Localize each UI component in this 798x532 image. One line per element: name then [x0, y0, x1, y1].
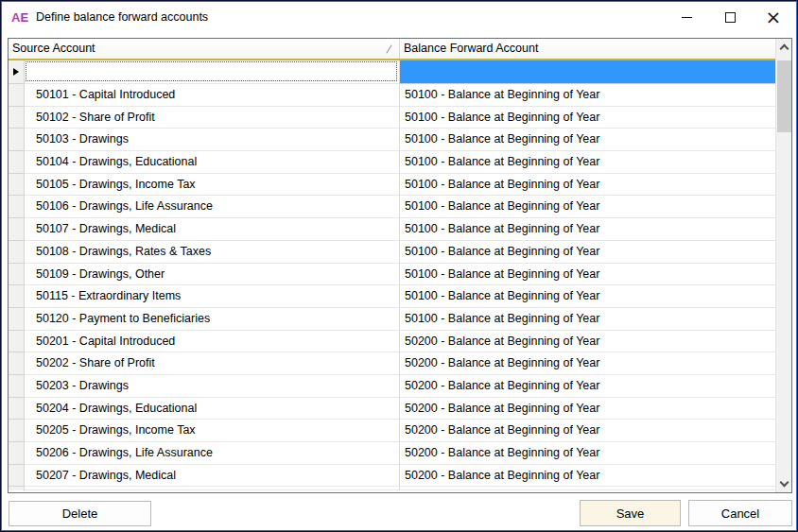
- column-header-label: Source Account: [12, 42, 95, 55]
- balance-forward-account-cell[interactable]: 50200 - Balance at Beginning of Year: [400, 442, 775, 465]
- close-button[interactable]: ×: [752, 3, 795, 31]
- source-account-cell[interactable]: 50105 - Drawings, Income Tax: [25, 174, 400, 197]
- row-selector[interactable]: [9, 285, 25, 308]
- row-selector[interactable]: [9, 241, 25, 264]
- row-selector[interactable]: [9, 129, 25, 151]
- table-row[interactable]: 50202 - Share of Profit50200 - Balance a…: [9, 352, 775, 375]
- row-selector[interactable]: [9, 218, 25, 241]
- table-row[interactable]: 50205 - Drawings, Income Tax50200 - Bala…: [9, 420, 775, 442]
- chevron-up-icon: [780, 44, 789, 54]
- balance-forward-account-cell[interactable]: 50100 - Balance at Beginning of Year: [400, 174, 775, 197]
- row-selector[interactable]: [9, 107, 25, 129]
- table-row[interactable]: 50206 - Drawings, Life Assurance50200 - …: [9, 442, 775, 465]
- row-selector[interactable]: [9, 442, 25, 465]
- table-row[interactable]: 50204 - Drawings, Educational50200 - Bal…: [9, 398, 775, 420]
- source-account-cell[interactable]: 50206 - Drawings, Life Assurance: [25, 442, 400, 465]
- column-header-label: Balance Forward Account: [404, 42, 538, 55]
- row-selector[interactable]: [9, 84, 25, 107]
- current-row-selector[interactable]: [9, 60, 25, 84]
- source-account-cell[interactable]: 50202 - Share of Profit: [25, 352, 400, 375]
- source-account-cell[interactable]: 50106 - Drawings, Life Assurance: [25, 196, 400, 218]
- source-account-cell[interactable]: 50101 - Capital Introduced: [25, 84, 400, 107]
- delete-button[interactable]: Delete: [9, 501, 151, 526]
- maximize-button[interactable]: [708, 3, 752, 31]
- balance-forward-account-cell[interactable]: 50200 - Balance at Beginning of Year: [400, 420, 775, 442]
- title-bar: AE Define balance forward accounts ×: [3, 3, 795, 31]
- table-row[interactable]: 50103 - Drawings50100 - Balance at Begin…: [9, 129, 775, 151]
- table-row[interactable]: 50105 - Drawings, Income Tax50100 - Bala…: [9, 174, 775, 197]
- row-selector[interactable]: [9, 352, 25, 375]
- source-account-cell[interactable]: 50115 - Extraordinary Items: [25, 285, 400, 308]
- table-row[interactable]: 50203 - Drawings50200 - Balance at Begin…: [9, 375, 775, 398]
- source-account-cell[interactable]: 50204 - Drawings, Educational: [25, 398, 400, 420]
- vertical-scrollbar[interactable]: [775, 39, 791, 492]
- source-account-cell[interactable]: 50107 - Drawings, Medical: [25, 218, 400, 241]
- balance-forward-account-cell[interactable]: 50100 - Balance at Beginning of Year: [400, 218, 775, 241]
- table-row[interactable]: 50120 - Payment to Beneficiaries50100 - …: [9, 308, 775, 331]
- scrollbar-thumb[interactable]: [777, 60, 791, 132]
- balance-forward-account-cell[interactable]: 50100 - Balance at Beginning of Year: [400, 151, 775, 174]
- row-selector[interactable]: [9, 151, 25, 174]
- source-account-cell[interactable]: 50207 - Drawings, Medical: [25, 465, 400, 488]
- source-account-cell[interactable]: 50201 - Capital Introduced: [25, 331, 400, 353]
- source-account-cell[interactable]: 50120 - Payment to Beneficiaries: [25, 308, 400, 331]
- table-row[interactable]: 50102 - Share of Profit50100 - Balance a…: [9, 107, 775, 129]
- scroll-up-button[interactable]: [776, 39, 792, 55]
- row-selector[interactable]: [9, 331, 25, 353]
- new-row-balance-cell-selected[interactable]: [400, 60, 775, 84]
- table-row[interactable]: 50106 - Drawings, Life Assurance50100 - …: [9, 196, 775, 218]
- balance-forward-account-cell[interactable]: 50100 - Balance at Beginning of Year: [400, 129, 775, 151]
- close-icon: ×: [766, 8, 782, 26]
- table-row[interactable]: 50207 - Drawings, Medical50200 - Balance…: [9, 465, 775, 488]
- column-header-source-account[interactable]: Source Account: [9, 39, 400, 59]
- balance-forward-account-cell[interactable]: 50200 - Balance at Beginning of Year: [400, 398, 775, 420]
- source-account-cell[interactable]: 50109 - Drawings, Other: [25, 264, 400, 286]
- column-header-balance-forward-account[interactable]: Balance Forward Account: [400, 39, 775, 59]
- table-row[interactable]: 50101 - Capital Introduced50100 - Balanc…: [9, 84, 775, 107]
- balance-forward-account-cell[interactable]: 50100 - Balance at Beginning of Year: [400, 241, 775, 264]
- balance-forward-account-cell[interactable]: 50100 - Balance at Beginning of Year: [400, 84, 775, 107]
- balance-forward-account-cell[interactable]: 50200 - Balance at Beginning of Year: [400, 331, 775, 353]
- cell-focus-outline: [26, 61, 397, 81]
- grid-body: 50101 - Capital Introduced50100 - Balanc…: [9, 60, 775, 490]
- source-account-cell[interactable]: 50205 - Drawings, Income Tax: [25, 420, 400, 442]
- table-row[interactable]: 50108 - Drawings, Rates & Taxes50100 - B…: [9, 241, 775, 264]
- row-selector[interactable]: [9, 465, 25, 488]
- minimize-icon: [682, 17, 692, 18]
- balance-forward-account-cell[interactable]: 50100 - Balance at Beginning of Year: [400, 285, 775, 308]
- row-selector[interactable]: [9, 308, 25, 331]
- sort-ascending-icon: [386, 44, 391, 53]
- source-account-cell[interactable]: 50104 - Drawings, Educational: [25, 151, 400, 174]
- new-row[interactable]: [9, 60, 775, 84]
- save-button[interactable]: Save: [580, 500, 681, 526]
- balance-forward-account-cell[interactable]: 50200 - Balance at Beginning of Year: [400, 465, 775, 488]
- scroll-down-button[interactable]: [776, 476, 792, 492]
- row-selector[interactable]: [9, 420, 25, 442]
- source-account-cell[interactable]: 50108 - Drawings, Rates & Taxes: [25, 241, 400, 264]
- row-selector[interactable]: [9, 264, 25, 286]
- row-selector[interactable]: [9, 174, 25, 197]
- table-row[interactable]: 50107 - Drawings, Medical50100 - Balance…: [9, 218, 775, 241]
- table-row[interactable]: 50109 - Drawings, Other50100 - Balance a…: [9, 264, 775, 286]
- new-row-source-cell[interactable]: [25, 60, 400, 84]
- balance-forward-account-cell[interactable]: 50100 - Balance at Beginning of Year: [400, 308, 775, 331]
- balance-forward-account-cell[interactable]: 50200 - Balance at Beginning of Year: [400, 375, 775, 398]
- source-account-cell[interactable]: 50102 - Share of Profit: [25, 107, 400, 129]
- minimize-button[interactable]: [665, 3, 708, 31]
- row-selector[interactable]: [9, 196, 25, 218]
- balance-forward-account-cell[interactable]: 50200 - Balance at Beginning of Year: [400, 352, 775, 375]
- dialog-window: AE Define balance forward accounts × Sou…: [0, 0, 798, 532]
- balance-forward-account-cell[interactable]: 50100 - Balance at Beginning of Year: [400, 107, 775, 129]
- source-account-cell[interactable]: 50203 - Drawings: [25, 375, 400, 398]
- partial-row: [9, 487, 775, 490]
- source-account-cell[interactable]: 50103 - Drawings: [25, 129, 400, 151]
- table-row[interactable]: 50201 - Capital Introduced50200 - Balanc…: [9, 331, 775, 353]
- balance-forward-account-cell[interactable]: 50100 - Balance at Beginning of Year: [400, 196, 775, 218]
- cancel-button[interactable]: Cancel: [688, 500, 792, 526]
- row-selector[interactable]: [9, 398, 25, 420]
- table-row[interactable]: 50104 - Drawings, Educational50100 - Bal…: [9, 151, 775, 174]
- table-row[interactable]: 50115 - Extraordinary Items50100 - Balan…: [9, 285, 775, 308]
- window-title: Define balance forward accounts: [36, 10, 208, 24]
- row-selector[interactable]: [9, 375, 25, 398]
- balance-forward-account-cell[interactable]: 50100 - Balance at Beginning of Year: [400, 264, 775, 286]
